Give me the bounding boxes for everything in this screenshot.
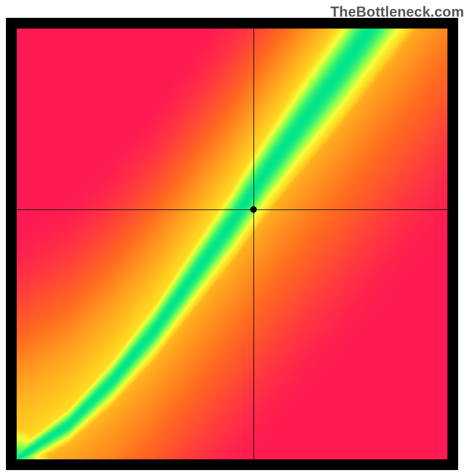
watermark-text: TheBottleneck.com xyxy=(330,4,464,20)
crosshair-vertical xyxy=(253,29,255,459)
bottleneck-heatmap xyxy=(17,29,447,459)
crosshair-horizontal xyxy=(17,209,447,211)
chart-outer-frame xyxy=(6,18,458,470)
crosshair-marker xyxy=(250,206,257,213)
